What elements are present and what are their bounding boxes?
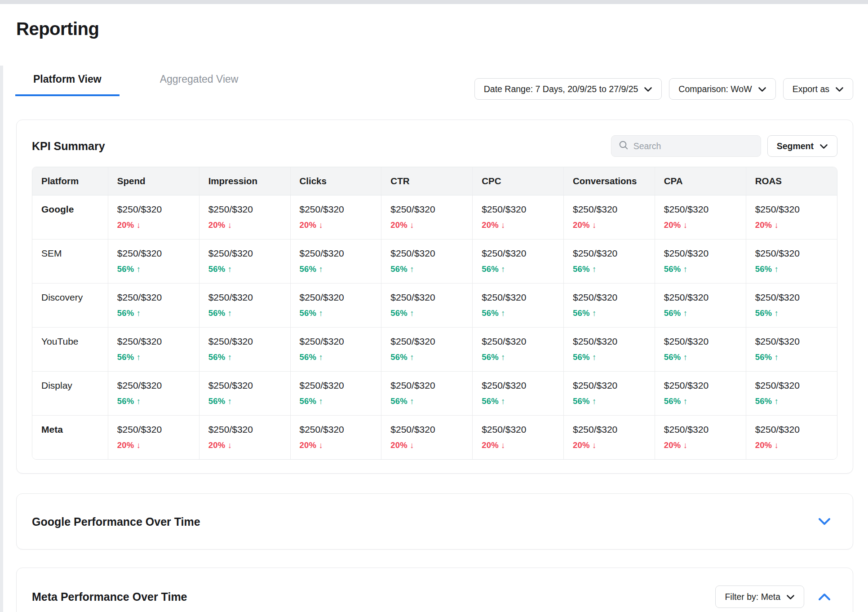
- tabs-row: Platform View Aggregated View Date Range…: [16, 73, 853, 96]
- kpi-cell: $250/$32020% ↓: [199, 195, 290, 239]
- kpi-cell: $250/$32056% ↑: [381, 371, 473, 415]
- kpi-cell: $250/$32056% ↑: [108, 327, 199, 371]
- platform-cell: Discovery: [32, 283, 108, 327]
- kpi-table-head: PlatformSpendImpressionClicksCTRCPCConve…: [32, 167, 837, 195]
- kpi-cell: $250/$32056% ↑: [199, 327, 290, 371]
- platform-cell: Meta: [32, 415, 108, 459]
- kpi-cell: $250/$32056% ↑: [473, 371, 564, 415]
- table-row-meta: Meta$250/$32020% ↓$250/$32020% ↓$250/$32…: [32, 415, 837, 459]
- chevron-down-icon: [786, 592, 795, 602]
- kpi-cell: $250/$32020% ↓: [563, 415, 655, 459]
- kpi-cell: $250/$32056% ↑: [199, 371, 290, 415]
- tab-aggregated-view-label: Aggregated View: [160, 73, 239, 85]
- column-header-impression: Impression: [199, 167, 290, 195]
- kpi-cell: $250/$32056% ↑: [381, 283, 473, 327]
- kpi-cell: $250/$32056% ↑: [563, 371, 655, 415]
- meta-card-controls: Filter by: Meta: [715, 584, 831, 609]
- tab-aggregated-view[interactable]: Aggregated View: [142, 73, 257, 96]
- chevron-down-icon: [644, 84, 652, 94]
- kpi-summary-header: KPI Summary Segment: [32, 135, 837, 157]
- kpi-summary-card: KPI Summary Segment: [16, 120, 853, 474]
- search-input[interactable]: [633, 141, 753, 151]
- kpi-cell: $250/$32056% ↑: [473, 327, 564, 371]
- platform-cell: YouTube: [32, 327, 108, 371]
- kpi-cell: $250/$32056% ↑: [108, 371, 199, 415]
- kpi-cell: $250/$32056% ↑: [746, 239, 837, 283]
- kpi-cell: $250/$32056% ↑: [655, 283, 746, 327]
- column-header-conversations: Conversations: [563, 167, 655, 195]
- kpi-cell: $250/$32056% ↑: [746, 371, 837, 415]
- kpi-cell: $250/$32020% ↓: [746, 415, 837, 459]
- meta-performance-title: Meta Performance Over Time: [32, 590, 187, 603]
- kpi-cell: $250/$32020% ↓: [108, 415, 199, 459]
- view-tabs: Platform View Aggregated View: [16, 73, 256, 96]
- kpi-cell: $250/$32020% ↓: [563, 195, 655, 239]
- kpi-cell: $250/$32056% ↑: [473, 239, 564, 283]
- kpi-cell: $250/$32056% ↑: [290, 239, 381, 283]
- kpi-summary-controls: Segment: [611, 135, 837, 157]
- date-range-dropdown[interactable]: Date Range: 7 Days, 20/9/25 to 27/9/25: [474, 78, 662, 100]
- comparison-dropdown[interactable]: Comparison: WoW: [669, 78, 775, 100]
- column-header-cpc: CPC: [473, 167, 564, 195]
- export-label: Export as: [793, 84, 829, 94]
- kpi-cell: $250/$32020% ↓: [108, 195, 199, 239]
- kpi-cell: $250/$32020% ↓: [655, 195, 746, 239]
- meta-performance-card: Meta Performance Over Time Filter by: Me…: [16, 568, 853, 612]
- kpi-cell: $250/$32020% ↓: [473, 415, 564, 459]
- kpi-cell: $250/$32056% ↑: [563, 239, 655, 283]
- kpi-cell: $250/$32056% ↑: [108, 239, 199, 283]
- google-performance-card: Google Performance Over Time: [16, 493, 853, 550]
- segment-label: Segment: [777, 141, 814, 151]
- kpi-header-row: PlatformSpendImpressionClicksCTRCPCConve…: [32, 167, 837, 195]
- platform-cell: SEM: [32, 239, 108, 283]
- kpi-cell: $250/$32020% ↓: [290, 195, 381, 239]
- window-top-edge: [0, 0, 868, 4]
- kpi-cell: $250/$32056% ↑: [290, 327, 381, 371]
- filter-by-dropdown[interactable]: Filter by: Meta: [715, 585, 804, 608]
- tab-platform-view-label: Platform View: [33, 73, 102, 85]
- kpi-cell: $250/$32056% ↑: [381, 239, 473, 283]
- kpi-cell: $250/$32020% ↓: [473, 195, 564, 239]
- kpi-cell: $250/$32056% ↑: [108, 283, 199, 327]
- column-header-ctr: CTR: [381, 167, 473, 195]
- kpi-cell: $250/$32020% ↓: [381, 415, 473, 459]
- column-header-platform: Platform: [32, 167, 108, 195]
- platform-cell: Google: [32, 195, 108, 239]
- google-performance-title: Google Performance Over Time: [32, 515, 200, 528]
- kpi-cell: $250/$32020% ↓: [290, 415, 381, 459]
- export-dropdown[interactable]: Export as: [783, 78, 853, 100]
- kpi-cell: $250/$32056% ↑: [563, 283, 655, 327]
- table-row-discovery: Discovery$250/$32056% ↑$250/$32056% ↑$25…: [32, 283, 837, 327]
- kpi-cell: $250/$32020% ↓: [199, 415, 290, 459]
- column-header-clicks: Clicks: [290, 167, 381, 195]
- kpi-cell: $250/$32056% ↑: [199, 283, 290, 327]
- chevron-down-icon: [835, 84, 844, 94]
- kpi-cell: $250/$32056% ↑: [746, 283, 837, 327]
- kpi-cell: $250/$32056% ↑: [563, 327, 655, 371]
- chevron-down-icon: [758, 84, 766, 94]
- kpi-cell: $250/$32056% ↑: [199, 239, 290, 283]
- meta-title-wrap: Meta Performance Over Time: [32, 584, 187, 609]
- kpi-cell: $250/$32020% ↓: [381, 195, 473, 239]
- tab-platform-view[interactable]: Platform View: [15, 73, 120, 96]
- collapse-meta-chevron-up-icon[interactable]: [818, 593, 831, 601]
- search-icon: [619, 140, 629, 152]
- kpi-cell: $250/$32056% ↑: [290, 283, 381, 327]
- date-range-label: Date Range: 7 Days, 20/9/25 to 27/9/25: [484, 84, 638, 94]
- kpi-cell: $250/$32056% ↑: [381, 327, 473, 371]
- segment-dropdown[interactable]: Segment: [767, 135, 837, 157]
- kpi-table-wrap: PlatformSpendImpressionClicksCTRCPCConve…: [32, 167, 837, 460]
- kpi-cell: $250/$32020% ↓: [655, 415, 746, 459]
- table-row-youtube: YouTube$250/$32056% ↑$250/$32056% ↑$250/…: [32, 327, 837, 371]
- chevron-down-icon: [819, 141, 828, 151]
- kpi-table-body: Google$250/$32020% ↓$250/$32020% ↓$250/$…: [32, 195, 837, 459]
- platform-cell: Display: [32, 371, 108, 415]
- toolbar: Date Range: 7 Days, 20/9/25 to 27/9/25 C…: [474, 78, 853, 100]
- kpi-cell: $250/$32056% ↑: [290, 371, 381, 415]
- kpi-summary-title: KPI Summary: [32, 139, 105, 153]
- table-row-google: Google$250/$32020% ↓$250/$32020% ↓$250/$…: [32, 195, 837, 239]
- comparison-label: Comparison: WoW: [678, 84, 752, 94]
- kpi-cell: $250/$32056% ↑: [655, 371, 746, 415]
- expand-google-chevron-down-icon[interactable]: [818, 517, 831, 526]
- kpi-cell: $250/$32056% ↑: [746, 327, 837, 371]
